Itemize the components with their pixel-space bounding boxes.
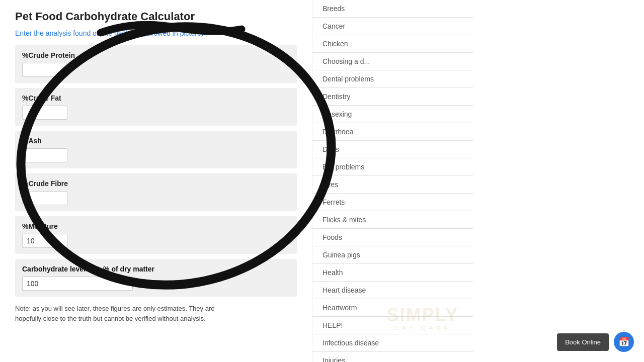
field-block-crude-fat: %Crude Fat — [15, 88, 297, 126]
sidebar-item[interactable]: Guinea pigs — [312, 246, 473, 264]
field-label-crude-protein: %Crude Protein — [22, 51, 290, 59]
sidebar-link[interactable]: Diarrhoea — [312, 123, 473, 140]
sidebar-item[interactable]: Heart disease — [312, 282, 473, 299]
sidebar-item[interactable]: Foods — [312, 229, 473, 246]
book-online-button[interactable]: Book Online — [557, 333, 609, 351]
sidebar-item[interactable]: Ferrets — [312, 194, 473, 211]
sidebar-item[interactable]: Flicks & mites — [312, 211, 473, 229]
field-label-crude-fibre: %Crude Fibre — [22, 179, 290, 188]
sidebar-link[interactable]: Cancer — [312, 18, 473, 35]
sidebar-item[interactable]: Dogs — [312, 141, 473, 158]
field-input-crude-fat[interactable] — [22, 106, 67, 120]
sidebar-link[interactable]: Eyes — [312, 176, 473, 193]
sidebar-link[interactable]: Infectious disease — [312, 334, 473, 351]
result-label: Carbohydrate level as a % of dry matter — [22, 265, 290, 273]
result-block: Carbohydrate level as a % of dry matter — [15, 259, 297, 297]
sidebar-item[interactable]: Ear problems — [312, 158, 473, 176]
field-input-crude-protein[interactable] — [22, 63, 67, 77]
calendar-icon: 📅 — [618, 336, 629, 347]
sidebar-link[interactable]: Health — [312, 264, 473, 281]
logo-simply: SIMPLY — [372, 306, 473, 324]
calendar-button[interactable]: 📅 — [614, 332, 634, 352]
sidebar-link[interactable]: Dental problems — [312, 70, 473, 87]
sidebar-item[interactable]: Chicken — [312, 35, 473, 53]
field-label-crude-fat: %Crude Fat — [22, 94, 290, 102]
page-title: Pet Food Carbohydrate Calculator — [15, 10, 297, 23]
logo-cat-care: CAT CARE — [372, 324, 473, 332]
sidebar-link[interactable]: Desexing — [312, 106, 473, 123]
field-input-ash[interactable] — [22, 148, 67, 162]
sidebar-link[interactable]: Guinea pigs — [312, 246, 473, 263]
sidebar-link[interactable]: Ferrets — [312, 194, 473, 211]
sidebar-link[interactable]: Chicken — [312, 35, 473, 52]
sidebar-item[interactable]: Desexing — [312, 106, 473, 123]
sidebar-item[interactable]: Infectious disease — [312, 334, 473, 352]
sidebar-link[interactable]: Heart disease — [312, 282, 473, 299]
sidebar-item[interactable]: Choosing a d... — [312, 53, 473, 70]
field-label-ash: %Ash — [22, 137, 290, 145]
main-content: Pet Food Carbohydrate Calculator Enter t… — [0, 0, 312, 362]
bottom-buttons: Book Online 📅 — [557, 332, 634, 352]
sidebar-link[interactable]: Dentistry — [312, 88, 473, 105]
sidebar: BreedsCancerChickenChoosing a d...Dental… — [312, 0, 473, 362]
note-text: Note: as you will see later, these figur… — [15, 304, 242, 323]
sidebar-item[interactable]: Dental problems — [312, 70, 473, 88]
sidebar-item[interactable]: Diarrhoea — [312, 123, 473, 141]
field-block-crude-protein: %Crude Protein — [15, 45, 297, 83]
result-input[interactable] — [22, 277, 133, 291]
subtitle-link[interactable]: Enter the analysis found on the package … — [15, 29, 297, 37]
sidebar-item[interactable]: Dentistry — [312, 88, 473, 106]
fields-container: %Crude Protein%Crude Fat%Ash%Crude Fibre… — [15, 45, 297, 254]
sidebar-link[interactable]: Injuries — [312, 352, 473, 362]
sidebar-item[interactable]: Eyes — [312, 176, 473, 194]
field-input-crude-fibre[interactable] — [22, 191, 67, 205]
sidebar-link[interactable]: Foods — [312, 229, 473, 246]
sidebar-item[interactable]: Cancer — [312, 18, 473, 35]
sidebar-item[interactable]: Health — [312, 264, 473, 282]
field-block-crude-fibre: %Crude Fibre — [15, 173, 297, 211]
field-label-moisture: %Moisture — [22, 222, 290, 230]
sidebar-link[interactable]: Choosing a d... — [312, 53, 473, 70]
sidebar-link[interactable]: Flicks & mites — [312, 211, 473, 228]
field-input-moisture[interactable] — [22, 234, 67, 248]
logo-area: SIMPLY CAT CARE — [372, 306, 473, 332]
sidebar-link[interactable]: Ear problems — [312, 158, 473, 175]
sidebar-item[interactable]: Injuries — [312, 352, 473, 362]
field-block-ash: %Ash — [15, 131, 297, 168]
sidebar-link[interactable]: Breeds — [312, 0, 473, 17]
sidebar-item[interactable]: Breeds — [312, 0, 473, 18]
field-block-moisture: %Moisture — [15, 216, 297, 254]
sidebar-link[interactable]: Dogs — [312, 141, 473, 158]
